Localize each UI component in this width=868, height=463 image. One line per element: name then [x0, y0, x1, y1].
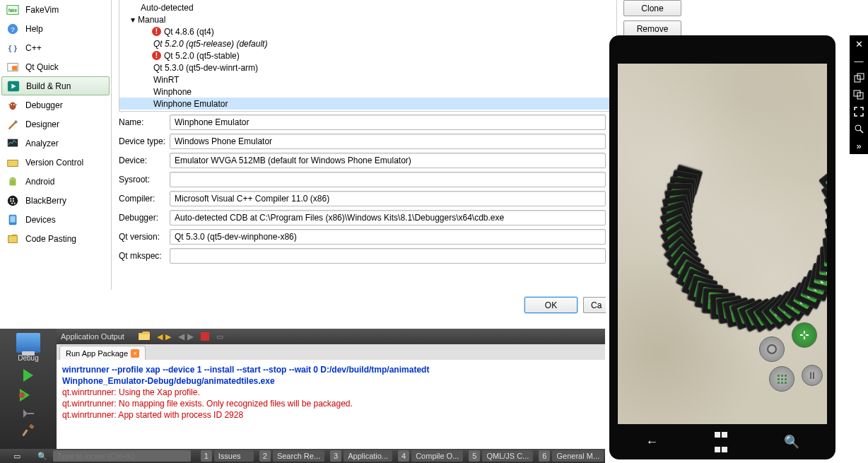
- stop-icon[interactable]: [201, 332, 209, 341]
- sidebar-label: C++: [25, 43, 42, 53]
- close-icon[interactable]: ×: [131, 349, 139, 358]
- android-icon: [6, 175, 20, 189]
- emu-rotate-right-icon[interactable]: [850, 86, 868, 103]
- device-input[interactable]: [170, 153, 606, 168]
- rerun-next-icon[interactable]: ▶: [187, 332, 194, 341]
- output-line: qt.winrtrunner: App started with process…: [62, 409, 599, 421]
- sidebar-item-help[interactable]: ?Help: [0, 19, 111, 38]
- svg-point-36: [768, 345, 776, 353]
- output-line: winrtrunner --profile xap --device 1 --i…: [62, 364, 599, 375]
- output-tab[interactable]: Run App Package×: [59, 346, 146, 360]
- emu-more-icon[interactable]: »: [850, 137, 868, 154]
- status-tab[interactable]: 2Search Re...: [258, 449, 326, 463]
- svg-point-10: [11, 104, 12, 105]
- clear-icon[interactable]: ▭: [216, 332, 223, 341]
- emu-control-button[interactable]: [792, 322, 817, 348]
- build-button[interactable]: [0, 423, 57, 440]
- dialog-buttons: OK Ca: [119, 297, 606, 313]
- rerun-prev-icon[interactable]: ◀: [178, 332, 184, 341]
- output-line: Winphone_Emulator-Debug/debug/animatedti…: [62, 375, 599, 387]
- next-icon[interactable]: ▶: [165, 332, 171, 341]
- blackberry-icon: [6, 194, 20, 208]
- mode-bar: Debug: [0, 329, 57, 450]
- prev-icon[interactable]: ◀: [157, 332, 163, 341]
- sidebar-label: Help: [25, 24, 43, 34]
- mkspec-input[interactable]: [170, 248, 606, 264]
- status-tab[interactable]: 6General M...: [537, 449, 605, 463]
- sidebar-item-android[interactable]: Android: [0, 172, 111, 191]
- tree-node-manual[interactable]: ▾Manual: [119, 13, 616, 25]
- deploy-button[interactable]: [0, 407, 57, 423]
- sidebar-item-codepasting[interactable]: Code Pasting: [0, 229, 111, 248]
- device-label: Device:: [119, 156, 170, 165]
- mode-debug-icon[interactable]: [16, 333, 40, 353]
- emu-zoom-icon[interactable]: [850, 120, 868, 137]
- vcs-icon: [6, 156, 20, 170]
- sidebar-label: Debugger: [25, 100, 63, 110]
- name-input[interactable]: [170, 115, 606, 130]
- svg-point-25: [11, 202, 13, 204]
- emu-close-icon[interactable]: ✕: [850, 35, 868, 52]
- tree-node-kit-default[interactable]: Qt 5.2.0 (qt5-release) (default): [119, 37, 616, 49]
- devicetype-input[interactable]: [170, 134, 606, 149]
- status-tab[interactable]: 5QML/JS C...: [467, 449, 534, 463]
- emu-search-button[interactable]: 🔍: [784, 434, 799, 450]
- tree-node-kit[interactable]: !Qt 5.2.0 (qt5-stable): [119, 49, 616, 61]
- emu-control-button[interactable]: ⏸: [802, 365, 823, 386]
- emulator-screen[interactable]: QtQtQtQtQtQtQtQtQtQtQtQtQtQtQtQtQtQtQtQt…: [618, 64, 827, 424]
- tree-node-kit[interactable]: !Qt 4.8.6 (qt4): [119, 25, 616, 37]
- tree-collapse-icon[interactable]: ▾: [131, 15, 138, 25]
- emu-back-button[interactable]: ←: [645, 435, 658, 450]
- tree-node-kit[interactable]: Qt 5.3.0 (qt5-dev-winrt-arm): [119, 61, 616, 74]
- sidebar-item-cpp[interactable]: { }C++: [0, 38, 111, 57]
- sidebar-item-blackberry[interactable]: BlackBerry: [0, 191, 111, 210]
- status-tab[interactable]: 4Compile O...: [397, 449, 464, 463]
- status-tab[interactable]: 1Issues: [199, 449, 255, 463]
- clone-button[interactable]: Clone: [623, 0, 681, 16]
- tree-node-kit[interactable]: WinRT: [119, 74, 616, 86]
- emu-start-button[interactable]: [714, 427, 728, 457]
- run-button[interactable]: [23, 369, 33, 382]
- compiler-input[interactable]: [170, 191, 606, 206]
- sidebar-item-designer[interactable]: Designer: [0, 115, 111, 134]
- sidebar-item-debugger[interactable]: Debugger: [0, 95, 111, 115]
- remove-button[interactable]: Remove: [623, 20, 681, 37]
- svg-point-22: [13, 198, 14, 199]
- sidebar-item-fakevim[interactable]: fakeFakeVim: [0, 0, 111, 19]
- sidebar-item-buildrun[interactable]: Build & Run: [1, 76, 110, 95]
- toggle-sidebar-icon[interactable]: ▭: [13, 452, 20, 461]
- emu-minimize-icon[interactable]: —: [850, 52, 868, 69]
- sidebar-label: BlackBerry: [25, 196, 66, 206]
- search-icon: 🔍: [37, 452, 47, 461]
- sysroot-input[interactable]: [170, 172, 606, 187]
- folder-icon[interactable]: [139, 331, 150, 342]
- qtversion-input[interactable]: [170, 229, 606, 245]
- sidebar-item-analyzer[interactable]: Analyzer: [0, 134, 111, 153]
- svg-rect-33: [22, 429, 28, 436]
- ok-button[interactable]: OK: [524, 297, 577, 313]
- qtquick-icon: [6, 60, 20, 74]
- sidebar-item-devices[interactable]: Devices: [0, 210, 111, 229]
- svg-rect-45: [785, 382, 787, 384]
- output-body[interactable]: winrtrunner --profile xap --device 1 --i…: [57, 360, 605, 450]
- sidebar-item-vcs[interactable]: Version Control: [0, 153, 111, 172]
- emulator-window[interactable]: QtQtQtQtQtQtQtQtQtQtQtQtQtQtQtQtQtQtQtQt…: [609, 35, 835, 459]
- sysroot-label: Sysroot:: [119, 175, 170, 184]
- svg-rect-37: [778, 375, 780, 377]
- tree-node-kit-selected[interactable]: Winphone Emulator: [119, 98, 616, 110]
- bug-overlay-icon: [18, 392, 25, 399]
- debugger-input[interactable]: [170, 210, 606, 225]
- emu-control-button[interactable]: [769, 366, 794, 392]
- sidebar-item-qtquick[interactable]: Qt Quick: [0, 57, 111, 76]
- kit-tree[interactable]: Auto-detected ▾Manual !Qt 4.8.6 (qt4) Qt…: [119, 0, 617, 112]
- emu-fit-icon[interactable]: [850, 103, 868, 120]
- status-tab[interactable]: 3Applicatio...: [329, 449, 394, 463]
- emu-rotate-left-icon[interactable]: [850, 69, 868, 86]
- tree-node-kit[interactable]: Winphone: [119, 86, 616, 98]
- cancel-button[interactable]: Ca: [583, 297, 606, 313]
- tree-node-autodetected[interactable]: Auto-detected: [119, 1, 616, 13]
- svg-text:{ }: { }: [8, 42, 18, 52]
- emu-control-button[interactable]: [759, 336, 785, 362]
- help-icon: ?: [6, 22, 20, 36]
- locator-input[interactable]: [53, 450, 191, 462]
